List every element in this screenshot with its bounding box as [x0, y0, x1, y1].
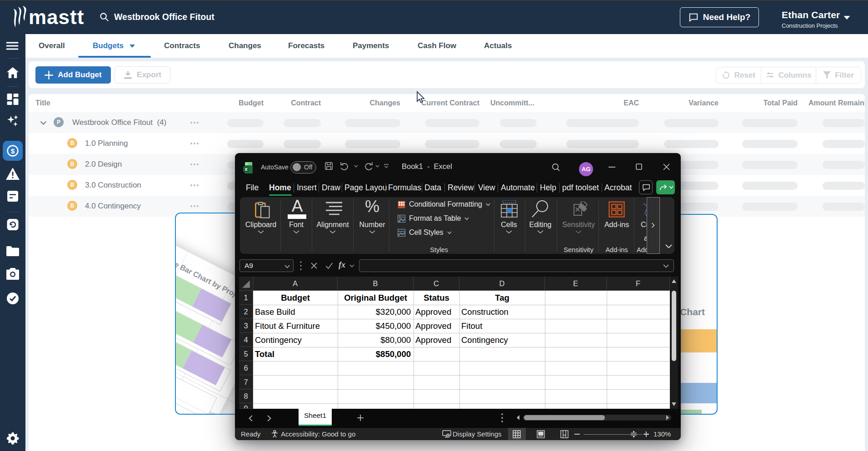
svg-text:x: x — [244, 166, 248, 172]
svg-text:$: $ — [11, 147, 15, 155]
